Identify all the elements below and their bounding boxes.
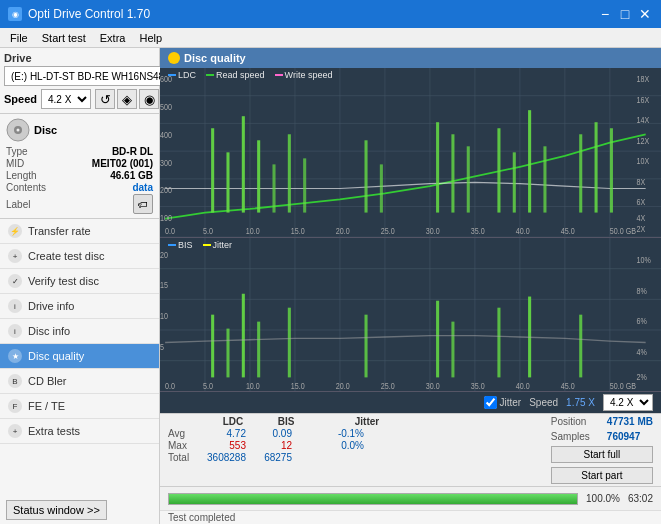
stats-headers: LDC BIS Jitter xyxy=(168,416,392,427)
svg-text:6%: 6% xyxy=(636,315,647,326)
svg-text:50.0 GB: 50.0 GB xyxy=(610,379,636,390)
drive-info-icon: i xyxy=(8,299,22,313)
content-area: Disc quality LDC Read speed Wr xyxy=(160,48,661,524)
svg-rect-26 xyxy=(364,140,367,212)
svg-text:30.0: 30.0 xyxy=(426,379,440,390)
menu-starttest[interactable]: Start test xyxy=(36,31,92,45)
nav-item-cd-bler[interactable]: B CD Bler xyxy=(0,369,159,394)
svg-text:30.0: 30.0 xyxy=(426,227,441,237)
nav-item-disc-info[interactable]: i Disc info xyxy=(0,319,159,344)
disc-erase-button[interactable]: ◈ xyxy=(117,89,137,109)
disc-mid-value: MEIT02 (001) xyxy=(92,158,153,169)
transfer-rate-icon: ⚡ xyxy=(8,224,22,238)
nav-item-verify-test-disc[interactable]: ✓ Verify test disc xyxy=(0,269,159,294)
svg-text:16X: 16X xyxy=(636,95,649,105)
svg-text:14X: 14X xyxy=(636,116,649,126)
speed-row: Speed 4.2 X ↺ ◈ ◉ 💾 xyxy=(4,89,155,109)
nav-label-drive-info: Drive info xyxy=(28,300,74,312)
svg-text:10X: 10X xyxy=(636,157,649,167)
disc-panel: Disc Type BD-R DL MID MEIT02 (001) Lengt… xyxy=(0,114,159,219)
disc-contents-label: Contents xyxy=(6,182,46,193)
jitter-label: Jitter xyxy=(499,397,521,408)
spacer xyxy=(298,428,318,439)
cd-bler-icon: B xyxy=(8,374,22,388)
nav-item-extra-tests[interactable]: + Extra tests xyxy=(0,419,159,444)
extra-tests-icon: + xyxy=(8,424,22,438)
start-part-button[interactable]: Start part xyxy=(551,467,653,484)
label-button[interactable]: 🏷 xyxy=(133,194,153,214)
disc-write-button[interactable]: ◉ xyxy=(139,89,159,109)
start-full-button[interactable]: Start full xyxy=(551,446,653,463)
disc-label-label: Label xyxy=(6,199,30,210)
main-layout: Drive (E:) HL-DT-ST BD-RE WH16NS48 1.D3 … xyxy=(0,48,661,524)
svg-text:10: 10 xyxy=(160,309,168,320)
jitter-checkbox[interactable] xyxy=(484,396,497,409)
bottom-chart-svg: 0.0 5.0 10.0 15.0 20.0 25.0 30.0 35.0 40… xyxy=(160,238,661,391)
menu-help[interactable]: Help xyxy=(133,31,168,45)
bottom-chart: BIS Jitter xyxy=(160,238,661,391)
maximize-button[interactable]: □ xyxy=(617,6,633,22)
stats-row-avg: Avg 4.72 0.09 -0.1% xyxy=(168,428,392,439)
svg-rect-89 xyxy=(579,314,582,377)
refresh-button[interactable]: ↺ xyxy=(95,89,115,109)
nav-label-create-test-disc: Create test disc xyxy=(28,250,104,262)
disc-mid-label: MID xyxy=(6,158,24,169)
bis-dot xyxy=(168,244,176,246)
svg-text:500: 500 xyxy=(160,103,173,113)
position-value: 47731 MB xyxy=(607,416,653,427)
svg-rect-28 xyxy=(436,122,439,212)
titlebar: ◉ Opti Drive Control 1.70 − □ ✕ xyxy=(0,0,661,28)
speed-label: Speed xyxy=(4,93,37,105)
svg-rect-20 xyxy=(226,152,229,212)
svg-rect-19 xyxy=(211,128,214,212)
svg-text:4%: 4% xyxy=(636,346,647,357)
nav-item-transfer-rate[interactable]: ⚡ Transfer rate xyxy=(0,219,159,244)
svg-rect-82 xyxy=(257,321,260,377)
svg-text:40.0: 40.0 xyxy=(516,227,531,237)
position-row: Position 47731 MB xyxy=(551,416,653,427)
svg-rect-24 xyxy=(288,134,291,212)
svg-rect-34 xyxy=(543,146,546,212)
nav-item-drive-info[interactable]: i Drive info xyxy=(0,294,159,319)
svg-text:50.0 GB: 50.0 GB xyxy=(610,227,636,237)
nav-item-disc-quality[interactable]: ★ Disc quality xyxy=(0,344,159,369)
top-chart-legend: LDC Read speed Write speed xyxy=(168,70,332,80)
minimize-button[interactable]: − xyxy=(597,6,613,22)
legend-ldc: LDC xyxy=(168,70,196,80)
menu-file[interactable]: File xyxy=(4,31,34,45)
svg-text:10.0: 10.0 xyxy=(246,227,261,237)
status-window-button[interactable]: Status window >> xyxy=(6,500,107,520)
nav-label-extra-tests: Extra tests xyxy=(28,425,80,437)
svg-rect-86 xyxy=(451,321,454,377)
total-ldc: 3608288 xyxy=(206,452,246,463)
disc-quality-header: Disc quality xyxy=(160,48,661,68)
speed-select[interactable]: 4.2 X xyxy=(603,394,653,411)
total-bis: 68275 xyxy=(252,452,292,463)
header-blank2 xyxy=(314,416,334,427)
disc-info-icon: i xyxy=(8,324,22,338)
disc-quality-title: Disc quality xyxy=(184,52,246,64)
svg-text:300: 300 xyxy=(160,158,173,168)
svg-text:18X: 18X xyxy=(636,75,649,85)
menu-extra[interactable]: Extra xyxy=(94,31,132,45)
top-chart-svg: 0.0 5.0 10.0 15.0 20.0 25.0 30.0 35.0 40… xyxy=(160,68,661,237)
nav-item-create-test-disc[interactable]: + Create test disc xyxy=(0,244,159,269)
time-text: 63:02 xyxy=(628,493,653,504)
read-speed-label: Read speed xyxy=(216,70,265,80)
close-button[interactable]: ✕ xyxy=(637,6,653,22)
app-icon: ◉ xyxy=(8,7,22,21)
svg-point-2 xyxy=(17,129,20,132)
bis-label: BIS xyxy=(178,240,193,250)
svg-text:10%: 10% xyxy=(636,254,651,265)
write-speed-label: Write speed xyxy=(285,70,333,80)
disc-quality-icon-circle xyxy=(168,52,180,64)
spacer2 xyxy=(298,440,318,451)
speed-dropdown[interactable]: 4.2 X xyxy=(41,89,91,109)
svg-text:5: 5 xyxy=(160,340,164,351)
disc-type-value: BD-R DL xyxy=(112,146,153,157)
svg-rect-31 xyxy=(497,128,500,212)
read-speed-dot xyxy=(206,74,214,76)
header-ldc: LDC xyxy=(208,416,258,427)
svg-text:45.0: 45.0 xyxy=(561,379,575,390)
nav-item-fe-te[interactable]: F FE / TE xyxy=(0,394,159,419)
